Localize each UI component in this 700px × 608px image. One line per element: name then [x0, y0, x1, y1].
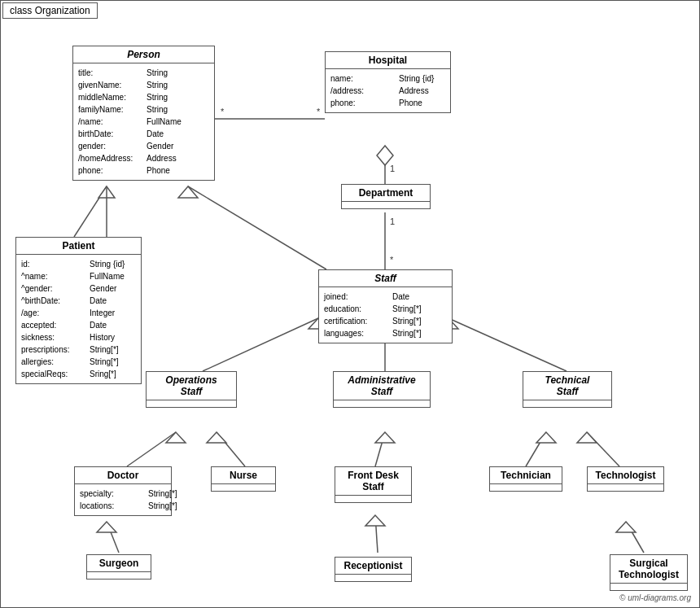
svg-line-28	[587, 432, 619, 466]
svg-marker-31	[97, 522, 116, 532]
svg-text:*: *	[221, 107, 225, 116]
class-surgeon: Surgeon	[86, 554, 151, 580]
svg-marker-13	[178, 186, 198, 198]
class-nurse: Nurse	[211, 466, 276, 492]
svg-marker-23	[207, 432, 226, 443]
class-operations-staff-attrs	[147, 400, 236, 407]
class-operations-staff-name: Operations Staff	[147, 372, 236, 400]
class-hospital-name: Hospital	[326, 52, 450, 69]
class-administrative-staff: Administrative Staff	[333, 371, 431, 408]
svg-marker-4	[377, 146, 393, 165]
class-staff: Staff joined:Date education:String[*] ce…	[318, 269, 453, 343]
class-department-attrs	[342, 202, 430, 208]
svg-text:1: 1	[390, 217, 395, 226]
svg-line-18	[448, 318, 567, 371]
svg-text:*: *	[390, 255, 394, 265]
class-technical-staff-name: Technical Staff	[523, 372, 611, 400]
class-staff-name: Staff	[319, 270, 452, 287]
class-person: Person title:String givenName:String mid…	[72, 46, 215, 181]
class-person-attrs: title:String givenName:String middleName…	[73, 63, 214, 180]
class-doctor-name: Doctor	[75, 467, 171, 484]
svg-line-22	[217, 432, 245, 466]
class-technologist-name: Technologist	[588, 467, 663, 484]
class-administrative-staff-name: Administrative Staff	[334, 372, 430, 400]
class-technologist: Technologist	[587, 466, 664, 492]
svg-line-10	[74, 186, 107, 237]
svg-marker-25	[375, 432, 395, 443]
class-front-desk-staff: Front Desk Staff	[335, 466, 412, 503]
class-receptionist-attrs	[335, 575, 411, 581]
svg-line-32	[375, 515, 378, 553]
class-doctor: Doctor specialty:String[*] locations:Str…	[74, 466, 172, 516]
class-technical-staff: Technical Staff	[523, 371, 612, 408]
class-hospital-attrs: name:String {id} /address:Address phone:…	[326, 69, 450, 112]
class-technical-staff-attrs	[523, 400, 611, 407]
svg-line-34	[626, 522, 644, 553]
svg-line-12	[188, 186, 326, 269]
class-hospital: Hospital name:String {id} /address:Addre…	[325, 51, 451, 113]
class-surgical-technologist-name: Surgical Technologist	[610, 555, 687, 584]
class-front-desk-staff-name: Front Desk Staff	[335, 467, 411, 496]
class-doctor-attrs: specialty:String[*] locations:String[*]	[75, 484, 171, 515]
class-technician: Technician	[489, 466, 562, 492]
copyright: © uml-diagrams.org	[619, 593, 691, 602]
class-patient: Patient id:String {id} ^name:FullName ^g…	[15, 237, 142, 384]
class-technician-name: Technician	[490, 467, 562, 484]
class-operations-staff: Operations Staff	[146, 371, 237, 408]
class-staff-attrs: joined:Date education:String[*] certific…	[319, 287, 452, 343]
svg-line-14	[203, 318, 318, 371]
svg-line-26	[526, 432, 546, 466]
svg-text:*: *	[317, 107, 321, 116]
diagram-title: class Organization	[2, 2, 98, 19]
svg-marker-21	[166, 432, 186, 443]
class-technologist-attrs	[588, 484, 663, 491]
class-surgeon-attrs	[87, 572, 151, 579]
class-front-desk-staff-attrs	[335, 496, 411, 502]
class-administrative-staff-attrs	[334, 400, 430, 407]
class-department: Department	[341, 184, 431, 209]
class-patient-name: Patient	[16, 238, 141, 255]
class-receptionist-name: Receptionist	[335, 558, 411, 575]
class-person-name: Person	[73, 46, 214, 63]
svg-line-30	[107, 522, 119, 553]
class-surgical-technologist: Surgical Technologist	[610, 554, 688, 591]
svg-text:1: 1	[390, 164, 395, 173]
class-nurse-attrs	[212, 484, 275, 491]
class-receptionist: Receptionist	[335, 557, 412, 582]
svg-marker-27	[536, 432, 556, 443]
svg-line-20	[127, 432, 176, 466]
svg-marker-11	[98, 186, 115, 198]
class-surgeon-name: Surgeon	[87, 555, 151, 572]
class-surgical-technologist-attrs	[610, 584, 687, 590]
svg-marker-35	[616, 522, 636, 532]
svg-marker-33	[365, 515, 385, 526]
class-technician-attrs	[490, 484, 562, 491]
svg-line-24	[375, 432, 385, 466]
class-nurse-name: Nurse	[212, 467, 275, 484]
class-department-name: Department	[342, 185, 430, 202]
diagram-container: class Organization * * 1 * 1 *	[0, 0, 700, 608]
svg-marker-29	[577, 432, 597, 443]
class-patient-attrs: id:String {id} ^name:FullName ^gender:Ge…	[16, 255, 141, 383]
